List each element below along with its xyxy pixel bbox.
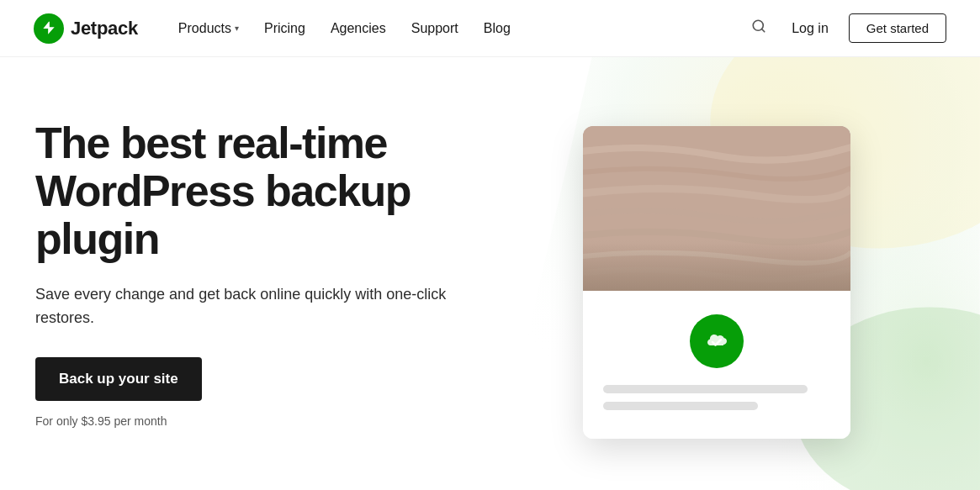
logo-link[interactable]: Jetpack (34, 13, 138, 44)
logo-icon (34, 13, 64, 44)
hero-illustration (470, 57, 980, 490)
card-body (583, 291, 850, 439)
nav-right: Log in Get started (746, 13, 946, 43)
hero-section: The best real-time WordPress backup plug… (0, 57, 980, 490)
nav-support[interactable]: Support (401, 16, 469, 41)
chevron-down-icon: ▾ (235, 24, 239, 33)
hero-cta-button[interactable]: Back up your site (35, 357, 202, 401)
nav-blog[interactable]: Blog (474, 16, 521, 41)
card-photo (583, 126, 850, 291)
nav-products[interactable]: Products ▾ (168, 16, 249, 41)
card-line-2 (603, 402, 758, 410)
hero-price-note: For only $3.95 per month (35, 414, 510, 428)
backup-card (583, 126, 850, 439)
nav-links: Products ▾ Pricing Agencies Support Blog (168, 16, 746, 41)
nav-agencies[interactable]: Agencies (320, 16, 396, 41)
hero-title: The best real-time WordPress backup plug… (35, 119, 510, 264)
hero-subtitle: Save every change and get back online qu… (35, 283, 448, 330)
nav-pricing[interactable]: Pricing (254, 16, 315, 41)
main-nav: Jetpack Products ▾ Pricing Agencies Supp… (0, 0, 980, 57)
svg-rect-7 (583, 244, 850, 291)
cloud-circle (690, 314, 744, 368)
svg-line-1 (762, 29, 765, 31)
hero-content: The best real-time WordPress backup plug… (0, 57, 510, 490)
illustration-wrapper (583, 126, 850, 439)
card-line-1 (603, 385, 808, 393)
login-button[interactable]: Log in (785, 16, 835, 41)
logo-text: Jetpack (71, 18, 138, 40)
get-started-button[interactable]: Get started (849, 13, 946, 43)
search-icon (751, 18, 766, 34)
search-button[interactable] (746, 13, 771, 43)
cloud-success-icon (603, 314, 830, 368)
